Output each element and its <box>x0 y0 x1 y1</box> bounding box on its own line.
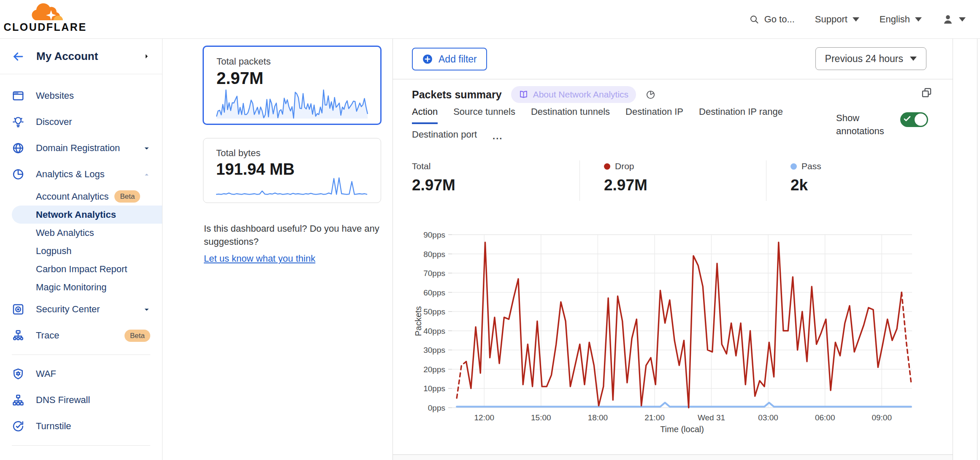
caret-down-icon <box>143 145 150 152</box>
shield-icon <box>12 368 24 380</box>
copy-expand-icon[interactable] <box>921 87 932 98</box>
goto-label: Go to... <box>764 14 795 25</box>
sidebar-item-account-analytics[interactable]: Account AnalyticsBeta <box>0 187 162 206</box>
panel-title: Packets summary <box>412 89 502 101</box>
goto-search[interactable]: Go to... <box>749 14 795 25</box>
trace-icon <box>12 329 24 342</box>
sidebar-item-network-analytics[interactable]: Network Analytics <box>12 206 162 224</box>
feedback-link[interactable]: Let us know what you think <box>204 252 315 265</box>
support-menu[interactable]: Support <box>815 14 859 25</box>
sidebar-item-label: Logpush <box>36 246 71 257</box>
search-icon <box>749 14 759 24</box>
sidebar-item-logpush[interactable]: Logpush <box>0 242 162 260</box>
user-menu[interactable] <box>942 14 966 25</box>
sidebar-item-label: Account Analytics <box>36 191 108 202</box>
starburst-icon <box>12 458 24 460</box>
account-switcher[interactable]: My Account <box>0 39 162 74</box>
sidebar-item-security-center[interactable]: Security Center <box>0 296 162 322</box>
tab-source-tunnels[interactable]: Source tunnels <box>453 106 515 124</box>
language-label: English <box>880 14 910 25</box>
svg-text:80pps: 80pps <box>423 250 445 259</box>
feedback-block: Is this dashboard useful? Do you have an… <box>204 222 391 265</box>
total-bytes-card[interactable]: Total bytes 191.94 MB <box>203 138 381 203</box>
about-badge-label: About Network Analytics <box>533 89 628 100</box>
cloudflare-logo[interactable]: CLOUDFLARE <box>9 3 81 33</box>
sidebar-divider <box>12 445 150 446</box>
total-packets-card[interactable]: Total packets 2.97M <box>203 46 382 125</box>
filters-toolbar: Add filter Previous 24 hours <box>393 39 953 79</box>
support-label: Support <box>815 14 847 25</box>
cloudflare-cloud-icon <box>25 3 65 22</box>
sidebar-item-turnstile[interactable]: Turnstile <box>0 413 162 439</box>
sidebar: My Account WebsitesDiscoverDomain Regist… <box>0 39 162 460</box>
arrow-left-icon[interactable] <box>12 50 24 63</box>
tab-destination-tunnels[interactable]: Destination tunnels <box>531 106 610 124</box>
tab-action[interactable]: Action <box>412 106 438 124</box>
tabs-overflow-button[interactable]: ... <box>493 129 503 147</box>
sidebar-item-label: Turnstile <box>36 421 150 432</box>
svg-text:10pps: 10pps <box>423 384 445 393</box>
bulb-icon <box>12 116 24 128</box>
person-icon <box>942 14 954 25</box>
refresh-icon <box>12 420 24 433</box>
svg-text:40pps: 40pps <box>423 327 445 336</box>
card-value: 2.97M <box>217 69 380 88</box>
svg-text:90pps: 90pps <box>423 230 445 239</box>
sidebar-item-trace[interactable]: TraceBeta <box>0 322 162 349</box>
sidebar-item-item[interactable] <box>0 452 162 460</box>
sidebar-item-label: Web Analytics <box>36 227 94 238</box>
tab-destination-port[interactable]: Destination port <box>412 129 477 147</box>
time-range-select[interactable]: Previous 24 hours <box>815 47 926 70</box>
tab-destination-ip-range[interactable]: Destination IP range <box>699 106 783 124</box>
chevron-right-icon[interactable] <box>143 53 150 60</box>
sidebar-nav: WebsitesDiscoverDomain RegistrationAnaly… <box>0 74 162 460</box>
sidebar-item-label: Websites <box>36 90 150 101</box>
beta-badge: Beta <box>114 190 140 203</box>
svg-text:Packets: Packets <box>414 306 423 336</box>
pie-chart-icon[interactable] <box>645 89 656 100</box>
annotations-toggle[interactable] <box>900 112 928 127</box>
add-filter-button[interactable]: Add filter <box>412 48 487 70</box>
tab-destination-ip[interactable]: Destination IP <box>625 106 683 124</box>
sidebar-item-waf[interactable]: WAF <box>0 361 162 387</box>
globe-icon <box>12 142 24 154</box>
sidebar-item-dns-firewall[interactable]: DNS Firewall <box>0 387 162 413</box>
language-menu[interactable]: English <box>880 14 922 25</box>
sidebar-item-label: Discover <box>36 116 150 127</box>
sidebar-item-web-analytics[interactable]: Web Analytics <box>0 224 162 242</box>
scroll-track[interactable] <box>977 39 977 460</box>
feedback-question: Is this dashboard useful? Do you have an… <box>204 222 391 248</box>
sidebar-item-discover[interactable]: Discover <box>0 109 162 135</box>
pie-icon <box>12 168 24 181</box>
sidebar-item-label: Magic Monitoring <box>36 282 107 293</box>
sidebar-item-label: WAF <box>36 368 150 379</box>
caret-down-icon <box>915 17 922 22</box>
caret-down-icon <box>853 17 859 22</box>
caret-down-icon <box>143 306 150 313</box>
sidebar-item-magic-monitoring[interactable]: Magic Monitoring <box>0 278 162 296</box>
sidebar-item-websites[interactable]: Websites <box>0 83 162 109</box>
packets-chart: 0pps10pps20pps30pps40pps50pps60pps70pps8… <box>412 230 923 434</box>
add-filter-label: Add filter <box>439 54 477 65</box>
svg-text:70pps: 70pps <box>423 269 445 278</box>
sidebar-item-analytics-logs[interactable]: Analytics & Logs <box>0 161 162 187</box>
caret-up-icon <box>143 171 150 178</box>
about-network-analytics-badge[interactable]: About Network Analytics <box>511 86 636 103</box>
svg-text:60pps: 60pps <box>423 288 445 297</box>
sidebar-item-carbon-impact-report[interactable]: Carbon Impact Report <box>0 260 162 278</box>
check-icon <box>904 116 911 122</box>
next-section-strip <box>393 455 953 460</box>
svg-text:12:00: 12:00 <box>474 413 495 422</box>
stat-total: Total2.97M <box>393 160 579 201</box>
show-annotations-label: Show annotations <box>836 111 892 138</box>
svg-text:30pps: 30pps <box>423 346 445 354</box>
sidebar-item-domain-registration[interactable]: Domain Registration <box>0 135 162 161</box>
stat-value: 2.97M <box>412 176 579 194</box>
svg-text:03:00: 03:00 <box>758 413 778 422</box>
plus-circle-icon <box>422 54 433 65</box>
svg-text:Time (local): Time (local) <box>660 425 704 434</box>
packets-summary-panel: Packets summary About Network Analytics … <box>393 79 953 455</box>
series-dot-pass <box>790 163 797 170</box>
toggle-knob <box>915 114 927 126</box>
stat-pass: Pass2k <box>766 160 953 201</box>
